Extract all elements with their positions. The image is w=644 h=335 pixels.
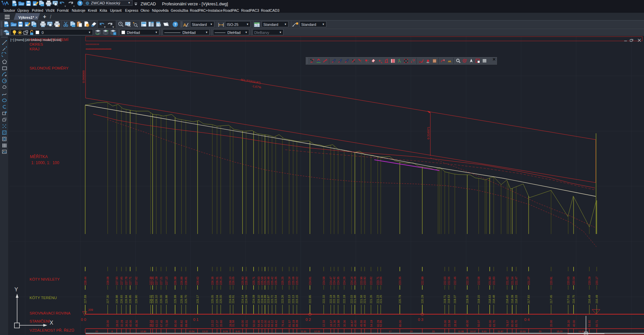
svg-text:31.58: 31.58	[232, 320, 235, 327]
svg-text:89.46: 89.46	[185, 320, 188, 327]
svg-text:220.29: 220.29	[588, 277, 591, 285]
svg-text:17.37: 17.37	[216, 320, 219, 327]
svg-text:32.29: 32.29	[120, 320, 123, 327]
svg-text:223.87: 223.87	[267, 295, 270, 303]
svg-text:224.58: 224.58	[322, 277, 325, 285]
svg-text:10.93: 10.93	[520, 330, 526, 333]
svg-text:225.36: 225.36	[274, 277, 277, 285]
svg-text:60.00: 60.00	[151, 320, 154, 327]
svg-text:225.14: 225.14	[288, 277, 291, 285]
svg-text:11.61: 11.61	[301, 330, 307, 333]
svg-text:220.29: 220.29	[421, 295, 424, 303]
svg-text:12.33: 12.33	[314, 330, 320, 333]
svg-text:?: ?	[79, 1, 81, 5]
svg-text:226.10: 226.10	[155, 295, 158, 303]
svg-text:75.57: 75.57	[506, 320, 509, 327]
svg-text:80.00: 80.00	[174, 320, 177, 327]
svg-text:54.46: 54.46	[257, 320, 260, 327]
svg-text:28.02: 28.02	[116, 320, 119, 327]
svg-text:63.22: 63.22	[155, 320, 158, 327]
svg-text:0.316971: 0.316971	[427, 127, 430, 139]
svg-text:220.54: 220.54	[572, 277, 575, 285]
svg-text:36.87: 36.87	[351, 320, 354, 327]
svg-text:220.91: 220.91	[550, 277, 553, 285]
svg-text:227.30: 227.30	[106, 295, 109, 303]
svg-text:227.13: 227.13	[165, 277, 168, 285]
svg-text:8.42: 8.42	[235, 330, 240, 333]
svg-text:221.58: 221.58	[360, 295, 363, 303]
svg-text:10.54: 10.54	[189, 330, 195, 333]
svg-text:223.99: 223.99	[264, 295, 267, 303]
svg-text:226.93: 226.93	[120, 295, 123, 303]
svg-text:11.08: 11.08	[458, 330, 464, 333]
svg-text:24.98: 24.98	[337, 320, 340, 327]
svg-text:20: 20	[95, 330, 98, 333]
svg-text:SKLONOVÉ POMĚRY: SKLONOVÉ POMĚRY	[30, 66, 68, 70]
svg-text:0 4: 0 4	[524, 318, 530, 322]
svg-text:225.04: 225.04	[216, 295, 219, 303]
svg-text:8: 8	[111, 330, 113, 333]
svg-text:227.71: 227.71	[129, 277, 132, 285]
svg-text:225.63: 225.63	[257, 277, 260, 285]
svg-text:225.90: 225.90	[241, 277, 244, 285]
svg-text:80.00: 80.00	[511, 320, 514, 327]
svg-text:225.17: 225.17	[196, 295, 199, 303]
svg-text:217.45: 217.45	[550, 295, 553, 303]
svg-text:45.36: 45.36	[135, 320, 138, 327]
svg-text:224.08: 224.08	[354, 277, 357, 285]
svg-text:225.08: 225.08	[292, 277, 295, 285]
svg-text:221.26: 221.26	[370, 295, 373, 303]
svg-text:45.55: 45.55	[360, 320, 363, 327]
svg-text:224.35: 224.35	[337, 277, 340, 285]
svg-text:224.65: 224.65	[229, 295, 232, 303]
svg-text:48.55: 48.55	[363, 320, 366, 327]
svg-text:222.08: 222.08	[477, 277, 480, 285]
svg-text:20: 20	[539, 330, 541, 333]
svg-text:227.78: 227.78	[125, 277, 128, 285]
svg-text:60.00: 60.00	[264, 320, 267, 327]
svg-text:KRAJ: KRAJ	[30, 47, 39, 51]
svg-text:223.13: 223.13	[292, 295, 295, 303]
svg-text:KÓTY TERÉNU: KÓTY TERÉNU	[30, 296, 57, 300]
svg-text:53.92: 53.92	[588, 320, 591, 327]
svg-text:222.26: 222.26	[466, 277, 469, 285]
svg-text:225.53: 225.53	[264, 277, 267, 285]
svg-text:225.00: 225.00	[219, 295, 222, 303]
svg-text:X: X	[50, 320, 53, 326]
svg-text:13.92: 13.92	[578, 330, 584, 333]
svg-text:220.17: 220.17	[595, 277, 598, 285]
svg-text:9.93: 9.93	[482, 330, 486, 333]
svg-text:218.48: 218.48	[492, 295, 495, 303]
svg-text:221.90: 221.90	[488, 277, 491, 285]
svg-text:227.21: 227.21	[160, 277, 163, 285]
svg-text:221.27: 221.27	[527, 277, 530, 285]
svg-text:?: ?	[174, 22, 176, 27]
svg-text:20: 20	[432, 330, 435, 333]
svg-text:0 1: 0 1	[193, 318, 199, 322]
svg-text:223.54: 223.54	[274, 295, 277, 303]
svg-text:225.98: 225.98	[165, 295, 168, 303]
svg-text:223.92: 223.92	[363, 277, 366, 285]
svg-text:222.19: 222.19	[329, 295, 332, 303]
svg-text:228.44: 228.44	[84, 277, 87, 285]
svg-text:62.95: 62.95	[379, 320, 382, 327]
svg-text:224.81: 224.81	[309, 277, 312, 285]
svg-text:216.49: 216.49	[588, 295, 591, 303]
svg-text:226.10: 226.10	[229, 277, 232, 285]
svg-text:75.41: 75.41	[281, 320, 284, 327]
svg-text:220.79: 220.79	[398, 295, 401, 303]
svg-text:STANIČENÍ: STANIČENÍ	[30, 319, 50, 323]
svg-text:225.05: 225.05	[211, 295, 214, 303]
svg-text:221.23: 221.23	[376, 295, 379, 303]
svg-text:217.01: 217.01	[567, 295, 570, 303]
svg-text:218.39: 218.39	[511, 295, 514, 303]
svg-text:219.37: 219.37	[453, 295, 457, 303]
svg-text:225.48: 225.48	[267, 277, 270, 285]
svg-text:216.75: 216.75	[572, 295, 575, 303]
svg-text:67.45: 67.45	[160, 320, 163, 327]
svg-text:223.15: 223.15	[296, 295, 299, 303]
svg-text:18.57: 18.57	[330, 320, 333, 327]
svg-text:20.60: 20.60	[220, 320, 223, 327]
svg-text:225.58: 225.58	[261, 277, 264, 285]
svg-text:224.14: 224.14	[241, 295, 244, 303]
